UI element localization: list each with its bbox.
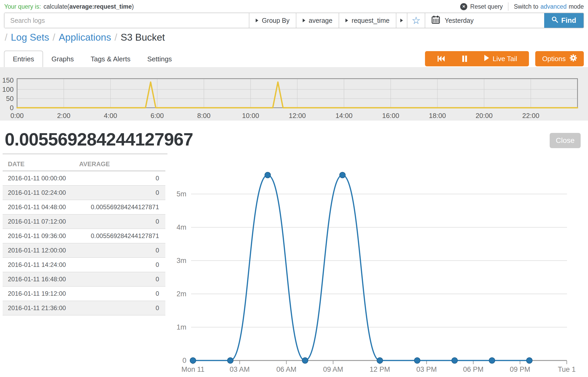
svg-text:14:00: 14:00: [335, 112, 353, 120]
mode-switcher: Switch to advanced mode: [514, 3, 584, 10]
circle-x-icon: ✕: [460, 3, 467, 10]
svg-text:0:00: 0:00: [10, 112, 24, 120]
query-bar: Your query is: calculate(average:request…: [0, 0, 588, 12]
svg-text:3m: 3m: [176, 257, 186, 265]
breadcrumb-applications[interactable]: Applications: [59, 32, 111, 43]
caret-right-icon: [303, 19, 305, 22]
playback-controls: Live Tail: [425, 51, 529, 66]
options-button[interactable]: Options: [535, 51, 584, 66]
advanced-mode-link[interactable]: advanced: [540, 3, 567, 10]
time-range-picker[interactable]: Yesterday: [425, 13, 544, 28]
favorite-query-button[interactable]: ☆: [407, 13, 425, 28]
tab[interactable]: Graphs: [43, 51, 82, 67]
calculation-result-value: 0.005569284244127967: [3, 129, 167, 154]
reset-query-label: Reset query: [470, 3, 503, 10]
query-summary: Your query is: calculate(average:request…: [4, 3, 134, 10]
svg-text:50: 50: [6, 95, 14, 103]
log-toolbar: Live Tail Options: [425, 51, 584, 67]
svg-text:20:00: 20:00: [476, 112, 493, 120]
svg-text:0: 0: [182, 357, 186, 364]
magnifier-icon: [552, 16, 558, 25]
svg-text:100: 100: [2, 85, 14, 93]
svg-text:1m: 1m: [176, 323, 186, 331]
svg-text:0: 0: [10, 104, 14, 112]
svg-text:6:00: 6:00: [150, 112, 164, 120]
svg-text:10:00: 10:00: [242, 112, 259, 120]
skip-to-start-icon[interactable]: [437, 55, 445, 62]
tab[interactable]: Tags & Alerts: [82, 51, 139, 67]
breadcrumb-log-sets[interactable]: Log Sets: [11, 32, 49, 43]
query-label: Your query is:: [4, 3, 41, 10]
tabs-row: Entries Graphs Tags & Alerts Settings: [0, 50, 588, 67]
event-timeline-chart[interactable]: 0501001500:002:004:006:008:0010:0012:001…: [0, 67, 588, 121]
svg-text:2m: 2m: [176, 290, 186, 298]
breadcrumb-current: S3 Bucket: [120, 32, 165, 43]
gear-icon: [570, 54, 577, 63]
svg-text:09 PM: 09 PM: [510, 365, 530, 373]
caret-right-icon: [345, 19, 348, 22]
add-clause-caret[interactable]: [396, 13, 407, 28]
divider: [508, 2, 508, 11]
play-icon: [484, 55, 489, 63]
svg-text:Tue 1: Tue 1: [558, 365, 576, 373]
svg-text:4m: 4m: [176, 223, 186, 231]
breadcrumb: / Log Sets / Applications / S3 Bucket: [5, 32, 165, 43]
find-button[interactable]: Find: [544, 13, 584, 28]
svg-text:03 PM: 03 PM: [416, 365, 437, 373]
svg-text:22:00: 22:00: [522, 112, 539, 120]
svg-text:5m: 5m: [176, 190, 186, 198]
svg-text:4:00: 4:00: [104, 112, 117, 120]
live-tail-button[interactable]: Live Tail: [484, 55, 517, 63]
svg-text:06 AM: 06 AM: [276, 365, 297, 373]
svg-text:150: 150: [2, 76, 14, 84]
log-viewer-page: Your query is: calculate(average:request…: [0, 0, 588, 377]
star-icon: ☆: [412, 15, 421, 25]
caret-right-icon: [256, 19, 258, 22]
close-button[interactable]: Close: [550, 133, 581, 148]
svg-text:12 PM: 12 PM: [370, 365, 390, 373]
svg-text:06 PM: 06 PM: [463, 365, 484, 373]
svg-text:09 AM: 09 AM: [323, 365, 343, 373]
caret-right-icon: [400, 19, 403, 22]
function-dropdown[interactable]: average: [296, 13, 339, 28]
calendar-icon: [432, 15, 440, 25]
field-dropdown[interactable]: request_time: [339, 13, 396, 28]
pause-icon[interactable]: [462, 55, 468, 62]
svg-text:Mon 11: Mon 11: [181, 365, 204, 373]
event-timeline-strip: 0501001500:002:004:006:008:0010:0012:001…: [0, 67, 588, 121]
svg-text:12:00: 12:00: [289, 112, 306, 120]
svg-text:18:00: 18:00: [429, 112, 446, 120]
query-bar-actions: ✕ Reset query Switch to advanced mode: [460, 2, 584, 11]
svg-text:16:00: 16:00: [382, 112, 399, 120]
time-range-value: Yesterday: [445, 17, 474, 24]
svg-text:03 AM: 03 AM: [230, 365, 250, 373]
average-request-time-chart[interactable]: 01m2m3m4m5mMon 1103 AM06 AM09 AM12 PM03 …: [0, 160, 588, 377]
tab[interactable]: Entries: [4, 51, 43, 67]
group-by-dropdown[interactable]: Group By: [249, 13, 296, 28]
svg-text:2:00: 2:00: [57, 112, 71, 120]
query-builder: Group By average request_time ☆: [4, 13, 584, 28]
search-input[interactable]: [4, 13, 249, 28]
svg-text:8:00: 8:00: [197, 112, 211, 120]
tab[interactable]: Settings: [139, 51, 180, 67]
reset-query-button[interactable]: ✕ Reset query: [460, 3, 503, 10]
query-text: calculate(average:request_time): [44, 3, 134, 10]
